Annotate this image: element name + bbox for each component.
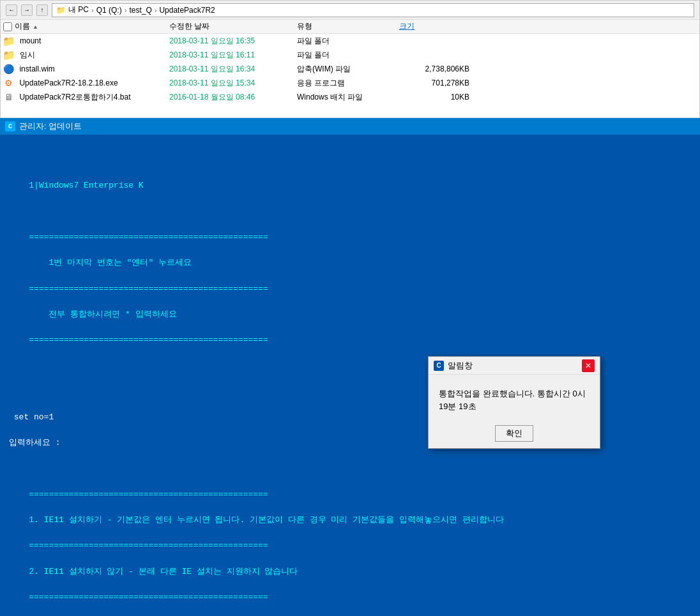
file-type: Windows 배치 파일 — [297, 92, 399, 103]
term-line: 전부 통합하시려면 * 입력하세요 — [9, 308, 691, 321]
term-line: 2. IE11 설치하지 않기 - 본래 다른 IE 설치는 지원하지 않습니다 — [9, 566, 691, 578]
table-row[interactable]: 🖥 UpdatePack7R2로통합하기4.bat 2016-01-18 월요일… — [1, 90, 699, 104]
file-explorer: ← → ↑ 📁 내 PC › Q1 (Q:) › test_Q › Update… — [0, 0, 700, 118]
table-row[interactable]: 📁 임시 2018-03-11 일요일 16:11 파일 폴더 — [1, 48, 699, 62]
dialog-close-button[interactable]: ✕ — [582, 359, 595, 372]
table-row[interactable]: ⚙ UpdatePack7R2-18.2.18.exe 2018-03-11 일… — [1, 76, 699, 90]
dialog-app-icon: C — [434, 361, 444, 371]
up-button[interactable]: ↑ — [36, 4, 48, 16]
term-separator: ========================================… — [9, 283, 691, 296]
file-date: 2018-03-11 일요일 15:34 — [169, 78, 297, 89]
alert-dialog: C 알림창 ✕ 통합작업을 완료했습니다. 통합시간 0시 19분 19초 확인 — [428, 356, 600, 449]
file-size: 701,278KB — [399, 79, 476, 87]
back-button[interactable]: ← — [6, 4, 17, 16]
file-type: 파일 폴더 — [297, 36, 399, 47]
dialog-title: 알림창 — [448, 360, 473, 372]
file-name: UpdatePack7R2-18.2.18.exe — [19, 79, 169, 87]
file-type: 응용 프로그램 — [297, 78, 399, 89]
terminal-titlebar: C 관리자: 업데이트 — [0, 118, 700, 135]
term-separator: ========================================… — [9, 231, 691, 244]
file-type: 압축(WIM) 파일 — [297, 64, 399, 75]
file-date: 2016-01-18 월요일 08:46 — [169, 92, 297, 103]
col-type-header[interactable]: 유형 — [297, 21, 399, 32]
file-date: 2018-03-11 일요일 16:11 — [169, 50, 297, 61]
term-line — [9, 206, 691, 218]
col-date-header[interactable]: 수정한 날짜 — [169, 21, 297, 32]
terminal-app-icon: C — [5, 121, 15, 131]
folder-icon: 📁 — [56, 6, 66, 15]
explorer-titlebar: ← → ↑ 📁 내 PC › Q1 (Q:) › test_Q › Update… — [1, 1, 699, 20]
col-name-header[interactable]: 이름 ▲ — [3, 21, 169, 32]
file-name: 임시 — [20, 50, 169, 61]
file-name: UpdatePack7R2로통합하기4.bat — [19, 92, 169, 103]
folder-icon: 📁 — [3, 35, 15, 47]
forward-button[interactable]: → — [21, 4, 33, 16]
file-name: mount — [20, 36, 169, 45]
bat-file-icon: 🖥 — [3, 91, 14, 103]
term-line: 1번 마지막 번호는 "엔터" 누르세요 — [9, 257, 691, 269]
wim-file-icon: 🔵 — [3, 63, 14, 75]
file-name: install.wim — [19, 64, 169, 73]
confirm-button[interactable]: 확인 — [495, 425, 533, 442]
breadcrumb-folder1[interactable]: test_Q — [129, 6, 151, 15]
file-date: 2018-03-11 일요일 16:35 — [169, 36, 297, 47]
terminal-title: 관리자: 업데이트 — [19, 121, 82, 132]
term-line — [9, 463, 691, 476]
term-separator: ========================================… — [9, 488, 691, 501]
term-separator: ========================================… — [9, 539, 691, 552]
breadcrumb-drive[interactable]: Q1 (Q:) — [96, 6, 122, 15]
term-separator: ========================================… — [9, 591, 691, 604]
term-line — [9, 154, 691, 167]
term-line: 1. IE11 설치하기 - 기본값은 엔터 누르시면 됩니다. 기본값이 다른… — [9, 514, 691, 527]
file-size: 2,738,806KB — [399, 64, 476, 73]
folder-icon: 📁 — [3, 49, 15, 61]
breadcrumb-folder2[interactable]: UpdatePack7R2 — [159, 6, 215, 15]
address-bar[interactable]: 📁 내 PC › Q1 (Q:) › test_Q › UpdatePack7R… — [52, 3, 694, 17]
file-type: 파일 폴더 — [297, 50, 399, 61]
table-row[interactable]: 📁 mount 2018-03-11 일요일 16:35 파일 폴더 — [1, 34, 699, 48]
term-line: 1|Windows7 Enterprise K — [9, 179, 691, 192]
select-all-checkbox[interactable] — [3, 22, 12, 31]
dialog-footer: 확인 — [429, 419, 600, 448]
alert-titlebar: C 알림창 ✕ — [429, 357, 600, 375]
col-size-header[interactable]: 크기 — [399, 21, 476, 32]
exe-file-icon: ⚙ — [3, 77, 14, 89]
file-size: 10KB — [399, 93, 476, 101]
dialog-message: 통합작업을 완료했습니다. 통합시간 0시 19분 19초 — [429, 375, 600, 419]
table-row[interactable]: 🔵 install.wim 2018-03-11 일요일 16:34 압축(WI… — [1, 62, 699, 76]
column-headers: 이름 ▲ 수정한 날짜 유형 크기 — [1, 20, 699, 34]
term-separator: ========================================… — [9, 334, 691, 347]
file-date: 2018-03-11 일요일 16:34 — [169, 64, 297, 75]
breadcrumb-pc[interactable]: 내 PC — [68, 4, 89, 15]
